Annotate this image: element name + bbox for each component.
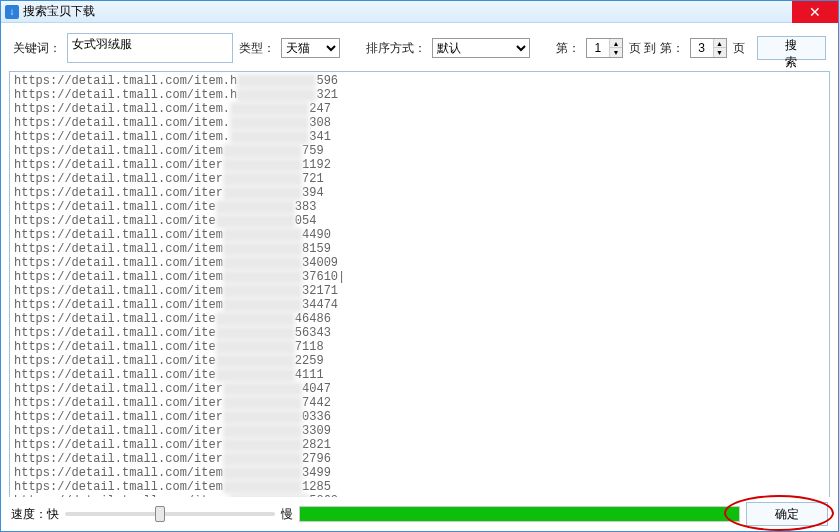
page-to-stepper[interactable]: ▲ ▼ [690, 38, 727, 58]
close-icon: ✕ [809, 4, 821, 20]
page-to-down[interactable]: ▼ [714, 48, 726, 57]
title-bar: ↓ 搜索宝贝下载 ✕ [1, 1, 838, 23]
result-row: https://detail.tmall.com/itemxxxxxx xxxx… [14, 270, 825, 284]
result-row: https://detail.tmall.com/iterxxxxxx xxxx… [14, 186, 825, 200]
page-from-stepper[interactable]: ▲ ▼ [586, 38, 623, 58]
result-row: https://detail.tmall.com/iterxxxxxx xxxx… [14, 438, 825, 452]
result-row: https://detail.tmall.com/iterxxxxxx xxxx… [14, 172, 825, 186]
result-row: https://detail.tmall.com/itexxxxxx xxxx3… [14, 200, 825, 214]
sort-label: 排序方式： [366, 40, 426, 57]
result-row: https://detail.tmall.com/itemxxxxxx xxxx… [14, 284, 825, 298]
page-to-up[interactable]: ▲ [714, 39, 726, 48]
result-row: https://detail.tmall.com/iterxxxxxx xxxx… [14, 410, 825, 424]
page-from-label: 第： [556, 40, 580, 57]
result-row: https://detail.tmall.com/iterxxxxxx xxxx… [14, 452, 825, 466]
speed-fast-label: 速度：快 [11, 506, 59, 523]
result-row: https://detail.tmall.com/iterxxxxxx xxxx… [14, 158, 825, 172]
sort-select[interactable]: 默认 [432, 38, 530, 58]
keywords-input[interactable]: 女式羽绒服 [67, 33, 233, 63]
page-to-label: 页 到 第： [629, 40, 684, 57]
keywords-label: 关键词： [13, 40, 61, 57]
bottom-bar: 速度：快 慢 确定 [1, 497, 838, 531]
result-row: https://detail.tmall.com/item.xxxxxx xxx… [14, 116, 825, 130]
result-row: https://detail.tmall.com/iterxxxxxx xxxx… [14, 424, 825, 438]
result-row: https://detail.tmall.com/itemxxxxxx xxxx… [14, 242, 825, 256]
result-row: https://detail.tmall.com/itemxxxxxx xxxx… [14, 228, 825, 242]
type-select[interactable]: 天猫 [281, 38, 340, 58]
window-title: 搜索宝贝下载 [23, 3, 95, 20]
result-row: https://detail.tmall.com/item.hxxxxxx xx… [14, 88, 825, 102]
progress-fill [300, 507, 739, 521]
result-row: https://detail.tmall.com/iterxxxxxx xxxx… [14, 396, 825, 410]
confirm-button[interactable]: 确定 [746, 502, 828, 526]
result-row: https://detail.tmall.com/itexxxxxx xxxx4… [14, 312, 825, 326]
results-panel: https://detail.tmall.com/item.hxxxxxx xx… [9, 71, 830, 503]
results-textarea[interactable]: https://detail.tmall.com/item.hxxxxxx xx… [10, 72, 829, 502]
result-row: https://detail.tmall.com/itemxxxxxx xxxx… [14, 466, 825, 480]
result-row: https://detail.tmall.com/itexxxxxx xxxx5… [14, 326, 825, 340]
app-icon: ↓ [5, 5, 19, 19]
result-row: https://detail.tmall.com/item.hxxxxxx xx… [14, 74, 825, 88]
page-from-down[interactable]: ▼ [610, 48, 622, 57]
page-from-input[interactable] [587, 39, 609, 57]
result-row: https://detail.tmall.com/itexxxxxx xxxx2… [14, 354, 825, 368]
page-from-up[interactable]: ▲ [610, 39, 622, 48]
type-label: 类型： [239, 40, 275, 57]
result-row: https://detail.tmall.com/item.xxxxxx xxx… [14, 102, 825, 116]
result-row: https://detail.tmall.com/itexxxxxx xxxx7… [14, 340, 825, 354]
result-row: https://detail.tmall.com/itexxxxxx xxxx0… [14, 214, 825, 228]
window-frame: ↓ 搜索宝贝下载 ✕ 关键词： 女式羽绒服 类型： 天猫 排序方式： 默认 第：… [0, 0, 839, 532]
close-button[interactable]: ✕ [792, 1, 838, 23]
search-row: 关键词： 女式羽绒服 类型： 天猫 排序方式： 默认 第： ▲ ▼ 页 到 第：… [1, 23, 838, 71]
result-row: https://detail.tmall.com/item.xxxxxx xxx… [14, 130, 825, 144]
result-row: https://detail.tmall.com/iterxxxxxx xxxx… [14, 382, 825, 396]
result-row: https://detail.tmall.com/itemxxxxxx xxxx… [14, 256, 825, 270]
result-row: https://detail.tmall.com/itexxxxxx xxxx4… [14, 368, 825, 382]
result-row: https://detail.tmall.com/itemxxxxxx xxxx… [14, 480, 825, 494]
result-row: https://detail.tmall.com/itemxxxxxx xxxx… [14, 144, 825, 158]
page-tail-label: 页 [733, 40, 745, 57]
page-to-input[interactable] [691, 39, 713, 57]
speed-slider[interactable] [65, 512, 275, 516]
speed-slow-label: 慢 [281, 506, 293, 523]
search-button[interactable]: 搜索 [757, 36, 826, 60]
progress-bar [299, 506, 740, 522]
result-row: https://detail.tmall.com/itemxxxxxx xxxx… [14, 298, 825, 312]
